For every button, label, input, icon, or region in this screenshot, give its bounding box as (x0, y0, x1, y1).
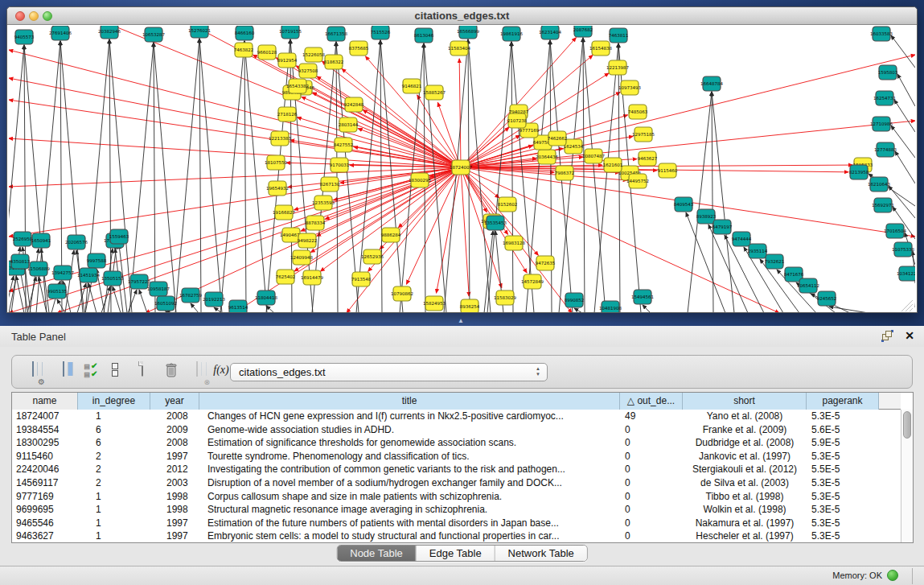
column-preferences-button[interactable] (52, 362, 75, 383)
network-node[interactable]: 16983128 (503, 236, 525, 250)
network-node[interactable]: 7986372 (555, 166, 575, 180)
network-node[interactable]: 11506889 (27, 262, 50, 276)
network-node[interactable]: 15226058 (302, 47, 325, 62)
network-node[interactable]: 27691406 (49, 26, 72, 40)
network-node[interactable]: 8213958 (849, 165, 869, 179)
network-node[interactable]: 2087682 (573, 26, 593, 37)
network-node[interactable]: 1595803 (878, 65, 898, 80)
table-row[interactable]: 969969511998Structural magnetic resonanc… (12, 503, 901, 517)
network-node[interactable]: 20192213 (203, 292, 225, 307)
network-node[interactable]: 1650941 (31, 233, 51, 248)
network-node[interactable]: 8613046 (414, 28, 434, 43)
network-node[interactable]: 9905135 (47, 284, 68, 299)
vertical-scrollbar[interactable] (901, 410, 913, 542)
network-graph[interactable]: 1872400722420046271812612213383181075501… (9, 26, 915, 313)
network-node[interactable]: 10807487 (582, 149, 605, 163)
network-node[interactable]: 11451934 (77, 268, 100, 282)
network-node[interactable]: 16648784 (700, 76, 723, 91)
table-row[interactable]: 946362711997Embryonic stem cells: a mode… (12, 529, 901, 542)
table-row[interactable]: 977716911998Corpus callosum shape and si… (12, 490, 901, 504)
network-node[interactable]: 16051092 (154, 296, 177, 311)
network-node[interactable]: 9405573 (14, 30, 35, 44)
column-header-pagerank[interactable]: pagerank (807, 393, 879, 410)
network-node[interactable]: 11804418 (255, 290, 277, 305)
network-node[interactable]: 9115460 (658, 163, 678, 178)
network-node[interactable]: 16671358 (325, 27, 347, 41)
network-node[interactable]: 11583404 (448, 41, 470, 56)
close-panel-icon[interactable]: ✕ (905, 329, 914, 342)
table-row[interactable]: 1456911722003Disruption of a novel membe… (12, 476, 901, 490)
network-node[interactable]: 20382946 (98, 26, 121, 39)
network-node[interactable]: 10481908 (599, 301, 622, 313)
table-row[interactable]: 946554611997Estimation of the future num… (12, 517, 901, 530)
network-node[interactable]: 9242848 (344, 97, 364, 112)
network-node[interactable]: 16566899 (457, 26, 479, 39)
network-node[interactable]: 18724007 (450, 160, 472, 175)
network-node[interactable]: 9472635 (536, 256, 556, 270)
network-node[interactable]: 16914479 (301, 270, 323, 285)
column-header-name[interactable]: name (12, 393, 78, 410)
network-node[interactable]: 15824953 (423, 296, 446, 311)
network-node[interactable]: 10973493 (618, 80, 641, 95)
network-node[interactable]: 7485063 (628, 105, 648, 119)
network-node[interactable]: 1621601 (603, 158, 623, 172)
network-node[interactable]: 10958187 (147, 282, 170, 296)
network-node[interactable]: 9613514 (228, 300, 248, 313)
network-node[interactable]: 8375685 (349, 41, 369, 56)
network-node[interactable]: 7463811 (609, 28, 629, 43)
network-node[interactable]: 8936254 (460, 299, 480, 313)
network-node[interactable]: 16033583 (870, 27, 893, 41)
network-node[interactable]: 1559463 (109, 229, 129, 244)
network-window[interactable]: citations_edges.txt 18724007224200462718… (6, 6, 918, 313)
network-node[interactable]: 16782759 (179, 288, 202, 303)
delete-table-button[interactable] (160, 362, 183, 383)
split-pane-collapse-arrow[interactable]: ▲ (458, 317, 464, 324)
network-node[interactable]: 12774883 (874, 142, 897, 157)
network-node[interactable]: 14572849 (521, 274, 544, 289)
network-node[interactable]: 7932621 (765, 254, 785, 269)
network-node[interactable]: 12213383 (269, 131, 291, 146)
network-node[interactable]: 10719155 (279, 26, 302, 39)
network-node[interactable]: 16231404 (539, 26, 561, 39)
network-node[interactable]: 11583029 (494, 290, 516, 305)
network-node[interactable]: 9327508 (298, 64, 318, 78)
column-header-short[interactable]: short (683, 393, 807, 410)
network-node[interactable]: 8878334 (306, 216, 326, 230)
node-table[interactable]: namein_degreeyeartitle△ out_de...shortpa… (11, 392, 914, 543)
network-node[interactable]: 6479197 (713, 220, 733, 234)
tab-edge-table[interactable]: Edge Table (417, 546, 495, 561)
network-node[interactable]: 13505153 (101, 271, 124, 286)
network-node[interactable]: 16543382 (286, 79, 309, 93)
column-header-title[interactable]: title (199, 393, 620, 410)
table-row[interactable]: 2242004622012Investigating the contribut… (12, 463, 901, 476)
network-node[interactable]: 14495752 (626, 174, 649, 188)
network-node[interactable]: 9498222 (298, 233, 318, 248)
network-node[interactable]: 18300295 (409, 173, 431, 187)
network-node[interactable]: 9997588 (87, 253, 107, 268)
table-row[interactable]: 1872400712008Changes of HCN gene express… (12, 410, 901, 423)
network-node[interactable]: 8186322 (324, 55, 344, 69)
network-node[interactable]: 10341226 (897, 266, 915, 281)
network-node[interactable]: 7515526 (371, 26, 391, 39)
network-node[interactable]: 7625402 (276, 270, 296, 284)
network-node[interactable]: 20206576 (65, 235, 88, 249)
new-table-button[interactable] (131, 362, 154, 383)
network-node[interactable]: 9245652 (817, 291, 837, 306)
network-node[interactable]: 12710986 (870, 117, 893, 131)
table-source-dropdown[interactable]: citations_edges.txt ▲▼ (230, 363, 548, 381)
table-row[interactable]: 1938455462009Genome-wide association stu… (12, 423, 901, 437)
network-node[interactable]: 7462662 (548, 131, 568, 146)
table-row[interactable]: 911546021997Tourette syndrome. Phenomeno… (12, 450, 901, 463)
network-node[interactable]: 7913548 (351, 272, 372, 286)
memory-status-indicator[interactable] (887, 570, 898, 581)
table-settings-button[interactable]: ⚙ (22, 362, 44, 383)
network-node[interactable]: 12409948 (290, 250, 313, 265)
network-node[interactable]: 2718126 (277, 107, 298, 122)
network-node[interactable]: 8912954 (277, 53, 298, 68)
network-node[interactable]: 15692971 (872, 198, 894, 212)
network-node[interactable]: 8152602 (498, 197, 518, 212)
network-node[interactable]: 10790862 (391, 286, 413, 301)
network-node[interactable]: 13942757 (51, 266, 74, 280)
network-node[interactable]: 20364436 (536, 150, 558, 164)
network-node[interactable]: 15276021 (188, 26, 211, 38)
